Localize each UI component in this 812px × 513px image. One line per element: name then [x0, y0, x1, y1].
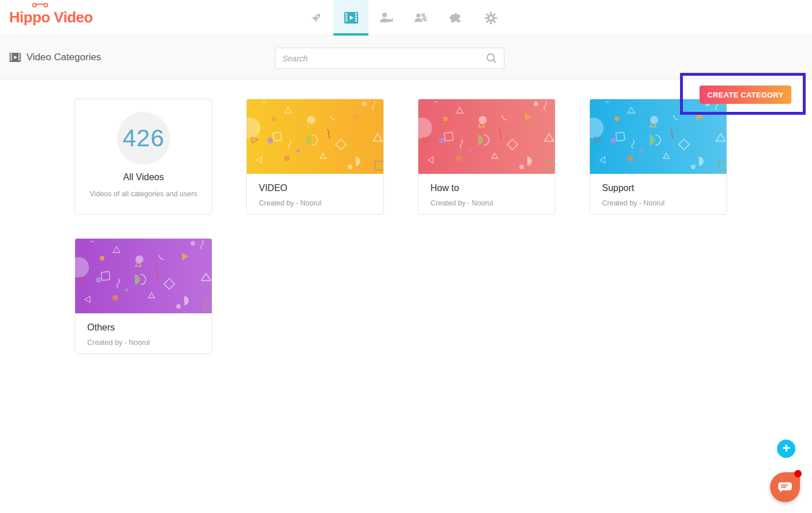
chat-widget-button[interactable]	[770, 472, 800, 502]
card-banner	[418, 99, 555, 174]
main-nav-tabs	[298, 0, 508, 36]
card-title: VIDEO	[259, 183, 371, 193]
tab-teams[interactable]	[403, 0, 438, 36]
hippo-head-icon	[30, 2, 50, 12]
create-category-button[interactable]: CREATE CATEGORY	[700, 86, 791, 104]
chat-icon	[778, 481, 792, 493]
card-created-by: Created by - Noorul	[259, 199, 371, 207]
video-count-circle: 426	[117, 112, 170, 165]
card-subtitle: Videos of all categories and users	[75, 190, 212, 198]
chat-notification-dot	[794, 470, 802, 477]
floating-add-button[interactable]: +	[777, 440, 795, 458]
teams-icon	[413, 11, 429, 25]
card-banner	[75, 239, 212, 313]
hippo-video-logo[interactable]: Hippo Video	[9, 9, 93, 26]
contacts-video-icon	[379, 11, 394, 25]
search-icon[interactable]	[486, 53, 504, 64]
video-category-icon	[9, 52, 21, 63]
confetti-pattern	[418, 99, 555, 174]
tab-contacts-video[interactable]	[368, 0, 403, 36]
card-banner	[247, 99, 383, 174]
video-library-icon	[344, 11, 359, 24]
confetti-pattern	[75, 239, 212, 313]
confetti-pattern	[247, 99, 383, 174]
top-navigation-bar: Hippo Video	[0, 0, 812, 36]
category-card-support[interactable]: Support Created by - Noorul	[589, 99, 727, 215]
all-videos-card[interactable]: 426 All Videos Videos of all categories …	[75, 99, 212, 215]
video-count: 426	[122, 125, 164, 152]
category-card-video[interactable]: VIDEO Created by - Noorul	[246, 99, 384, 215]
card-title: How to	[430, 183, 543, 193]
tab-launch[interactable]	[298, 0, 333, 36]
category-card-how-to[interactable]: How to Created by - Noorul	[418, 99, 555, 215]
category-card-others[interactable]: Others Created by - Noorul	[75, 238, 212, 354]
card-title: All Videos	[75, 172, 212, 182]
tab-video-library[interactable]	[333, 0, 368, 36]
tab-integrations[interactable]	[438, 0, 473, 36]
integrations-icon	[449, 11, 463, 25]
settings-icon	[484, 11, 498, 25]
card-created-by: Created by - Noorul	[602, 199, 714, 207]
card-title: Others	[87, 322, 200, 333]
search-box	[275, 48, 504, 69]
card-title: Support	[602, 183, 714, 193]
annotation-highlight-box: CREATE CATEGORY	[680, 73, 806, 115]
page-title-text: Video Categories	[26, 52, 101, 63]
plus-icon: +	[782, 440, 790, 456]
card-created-by: Created by - Noorul	[87, 339, 200, 347]
rocket-icon	[309, 11, 323, 25]
page-header-bar: Video Categories CREATE CATEGORY	[0, 36, 812, 79]
card-created-by: Created by - Noorul	[430, 199, 543, 207]
tab-settings[interactable]	[473, 0, 508, 36]
page-title: Video Categories	[9, 52, 101, 63]
search-input[interactable]	[275, 54, 486, 63]
logo-text: Hippo Video	[9, 9, 93, 26]
